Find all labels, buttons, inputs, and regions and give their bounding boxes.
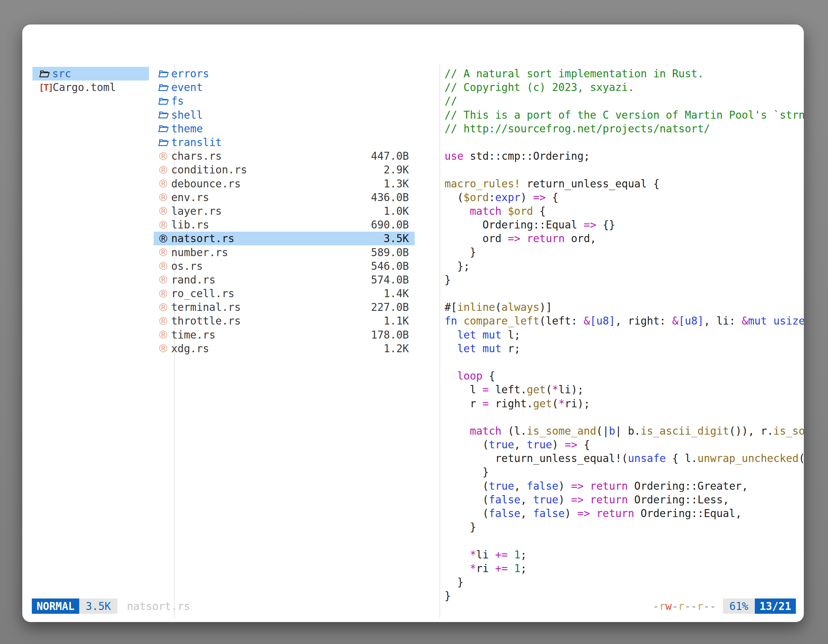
file-size: 1.3K	[384, 177, 415, 190]
status-bar: NORMAL 3.5K natsort.rs -rw-r--r-- 61% 13…	[22, 599, 804, 614]
file-size: 690.0B	[371, 219, 415, 231]
file-row-translit[interactable]: translit	[154, 136, 415, 149]
rust-file-icon: ®	[158, 247, 169, 258]
file-size: 436.0B	[371, 191, 415, 204]
status-bar-left: NORMAL 3.5K natsort.rs	[32, 599, 190, 614]
code-line: ($ord:expr) => {	[445, 191, 804, 204]
code-line: //	[445, 94, 804, 108]
code-line: }	[445, 520, 804, 534]
file-row-condition-rs[interactable]: ®condition.rs2.9K	[154, 163, 415, 177]
parent-pane: src[T]Cargo.toml	[33, 67, 149, 94]
file-name: env.rs	[171, 191, 371, 204]
permissions-text: -rw-r--r--	[653, 600, 716, 613]
file-name: debounce.rs	[171, 177, 384, 190]
status-bar-right: -rw-r--r-- 61% 13/21	[653, 599, 796, 614]
current-pane: errorseventfsshellthemetranslit®chars.rs…	[154, 67, 415, 356]
code-line: }	[445, 273, 804, 287]
code-line	[445, 356, 804, 369]
code-line: }	[445, 245, 804, 259]
file-row-event[interactable]: event	[154, 80, 415, 94]
code-line	[445, 287, 804, 300]
file-row-src[interactable]: src	[33, 67, 149, 80]
file-name: chars.rs	[171, 150, 371, 162]
file-row-rand-rs[interactable]: ®rand.rs574.0B	[154, 273, 415, 287]
folder-icon	[158, 110, 169, 120]
file-row-os-rs[interactable]: ®os.rs546.0B	[154, 259, 415, 273]
code-line: #[inline(always)]	[445, 300, 804, 314]
rust-file-icon: ®	[158, 302, 169, 313]
toml-file-icon: [T]	[39, 82, 52, 93]
file-row-xdg-rs[interactable]: ®xdg.rs1.2K	[154, 342, 415, 356]
file-size: 1.0K	[384, 205, 415, 217]
code-line	[445, 534, 804, 548]
rust-file-icon: ®	[158, 178, 169, 189]
code-line: return_unless_equal!(unsafe { l.unwrap_u…	[445, 451, 804, 465]
folder-icon	[158, 138, 169, 147]
file-size: 3.5K	[384, 232, 415, 245]
rust-file-icon: ®	[158, 165, 169, 175]
pane-divider-right	[439, 64, 440, 618]
code-line: match (l.is_some_and(|b| b.is_ascii_digi…	[445, 424, 804, 438]
code-line: (true, false) => return Ordering::Greate…	[445, 479, 804, 493]
file-name: theme	[171, 122, 409, 135]
code-line: (false, false) => return Ordering::Equal…	[445, 506, 804, 520]
file-name: condition.rs	[171, 163, 384, 176]
file-row-shell[interactable]: shell	[154, 108, 415, 122]
file-name: translit	[171, 136, 409, 149]
file-name: shell	[171, 109, 409, 121]
folder-icon	[158, 69, 169, 79]
rust-file-icon: ®	[158, 205, 169, 216]
file-row-ro-cell-rs[interactable]: ®ro_cell.rs1.4K	[154, 287, 415, 300]
folder-icon	[158, 124, 169, 134]
code-line: // http://sourcefrog.net/projects/natsor…	[445, 122, 804, 136]
file-preview-pane: // A natural sort implementation in Rust…	[445, 67, 804, 608]
code-line: }	[445, 465, 804, 479]
code-line	[445, 136, 804, 149]
file-name: layer.rs	[171, 205, 384, 217]
file-size: 1.1K	[384, 315, 415, 327]
file-name: lib.rs	[171, 219, 371, 231]
file-name: os.rs	[171, 260, 371, 273]
file-row-terminal-rs[interactable]: ®terminal.rs227.0B	[154, 300, 415, 314]
file-row-throttle-rs[interactable]: ®throttle.rs1.1K	[154, 314, 415, 328]
file-name: terminal.rs	[171, 301, 371, 313]
file-name: src	[52, 67, 149, 80]
file-row-cargo-toml[interactable]: [T]Cargo.toml	[33, 80, 149, 94]
file-row-chars-rs[interactable]: ®chars.rs447.0B	[154, 149, 415, 163]
file-row-debounce-rs[interactable]: ®debounce.rs1.3K	[154, 177, 415, 191]
file-row-theme[interactable]: theme	[154, 122, 415, 136]
file-size: 589.0B	[371, 246, 415, 259]
file-row-layer-rs[interactable]: ®layer.rs1.0K	[154, 204, 415, 218]
code-line: // This is a port of the C version of Ma…	[445, 108, 804, 122]
rust-file-icon: ®	[158, 219, 169, 230]
file-row-fs[interactable]: fs	[154, 94, 415, 108]
mode-badge: NORMAL	[32, 599, 79, 614]
rust-file-icon: ®	[158, 343, 169, 354]
file-size: 227.0B	[371, 301, 415, 313]
file-name: rand.rs	[171, 274, 371, 286]
file-name: throttle.rs	[171, 315, 384, 327]
code-line: let mut r;	[445, 342, 804, 356]
code-line: *li += 1;	[445, 548, 804, 562]
rust-file-icon: ®	[158, 288, 169, 299]
cursor-position-badge: 13/21	[755, 599, 796, 614]
file-row-errors[interactable]: errors	[154, 67, 415, 80]
file-size: 2.9K	[384, 163, 415, 176]
code-line: loop {	[445, 369, 804, 383]
code-line: match $ord {	[445, 204, 804, 218]
rust-file-icon: ®	[158, 260, 169, 271]
status-filename: natsort.rs	[127, 600, 190, 613]
file-name: event	[171, 81, 409, 94]
file-row-env-rs[interactable]: ®env.rs436.0B	[154, 191, 415, 204]
file-name: time.rs	[171, 329, 371, 341]
file-row-number-rs[interactable]: ®number.rs589.0B	[154, 245, 415, 259]
file-name: xdg.rs	[171, 342, 384, 355]
file-name: errors	[171, 67, 409, 80]
file-name: number.rs	[171, 246, 371, 259]
file-row-time-rs[interactable]: ®time.rs178.0B	[154, 328, 415, 342]
file-row-natsort-rs[interactable]: ®natsort.rs3.5K	[154, 232, 415, 245]
code-line: (true, true) => {	[445, 438, 804, 451]
file-row-lib-rs[interactable]: ®lib.rs690.0B	[154, 218, 415, 232]
file-name: fs	[171, 95, 409, 107]
file-name: natsort.rs	[171, 232, 384, 245]
